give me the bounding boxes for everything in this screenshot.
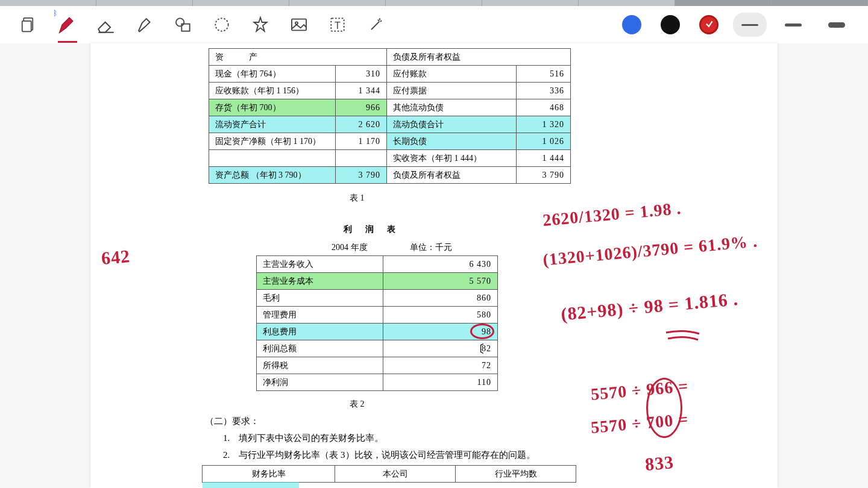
page-tool[interactable] <box>12 10 46 39</box>
eraser-tool[interactable] <box>89 10 123 39</box>
income-title: 利 润 表 <box>344 224 398 235</box>
svg-text:T: T <box>335 20 341 31</box>
income-table: 主营业务收入6 430主营业务成本5 570毛利860管理费用580利息费用98… <box>256 255 498 391</box>
hand-circle-big <box>646 378 682 438</box>
svg-point-8 <box>295 22 298 24</box>
stroke-thin[interactable] <box>733 13 767 37</box>
document-page: 资 产 负债及所有者权益 现金（年初 764）310应付账款516应收账款（年初… <box>90 43 778 488</box>
svg-marker-6 <box>254 17 266 31</box>
underline-mark <box>663 328 705 346</box>
bs-header-right: 负债及所有者权益 <box>387 49 571 66</box>
income-unit: 单位：千元 <box>410 242 452 253</box>
toolbar: ᛒ T <box>0 6 868 43</box>
req-q1: 1. 填列下表中该公司的有关财务比率。 <box>223 433 383 444</box>
ratio-highlight <box>203 482 299 488</box>
wand-tool[interactable] <box>359 10 393 39</box>
mark-82: 〔 <box>474 342 485 356</box>
req-q2: 2. 与行业平均财务比率（表 3）比较，说明该公司经营管理可能存在的问题。 <box>223 449 535 461</box>
canvas[interactable]: 资 产 负债及所有者权益 现金（年初 764）310应付账款516应收账款（年初… <box>0 43 868 488</box>
svg-rect-1 <box>22 21 31 32</box>
table1-caption: 表 1 <box>350 193 365 204</box>
hand-r1: 2620/1320 = 1.98 . <box>542 199 682 230</box>
text-tool[interactable]: T <box>321 10 354 39</box>
hand-r2: (1320+1026)/3790 = 61.9% . <box>542 231 758 269</box>
table2-caption: 表 2 <box>350 399 365 410</box>
bs-header-left: 资 产 <box>209 49 387 66</box>
hand-r3: (82+98) ÷ 98 = 1.816 . <box>560 289 739 325</box>
income-year: 2004 年度 <box>332 242 368 253</box>
balance-sheet-table: 资 产 负债及所有者权益 现金（年初 764）310应付账款516应收账款（年初… <box>209 48 571 184</box>
hand-r6: 833 <box>644 452 675 475</box>
hand-left: 642 <box>101 246 131 269</box>
color-blue[interactable] <box>622 15 641 34</box>
bluetooth-icon: ᛒ <box>53 9 57 17</box>
image-tool[interactable] <box>282 10 316 39</box>
lasso-tool[interactable] <box>205 10 239 39</box>
stroke-med[interactable] <box>776 13 810 37</box>
ratio-table: 财务比率 本公司 行业平均数 <box>202 465 576 483</box>
window-tabs-bar <box>0 0 868 6</box>
req-heading: （二）要求： <box>205 416 259 427</box>
shape-tool[interactable] <box>166 10 200 39</box>
pen-tool[interactable]: ᛒ <box>51 10 84 39</box>
stroke-thick[interactable] <box>820 13 854 37</box>
highlighter-tool[interactable] <box>128 10 162 39</box>
svg-point-5 <box>215 18 228 31</box>
stamp-tool[interactable] <box>244 10 277 39</box>
color-black[interactable] <box>661 15 680 34</box>
svg-point-3 <box>176 18 184 26</box>
circle-98 <box>470 324 494 339</box>
color-red[interactable] <box>699 15 719 34</box>
